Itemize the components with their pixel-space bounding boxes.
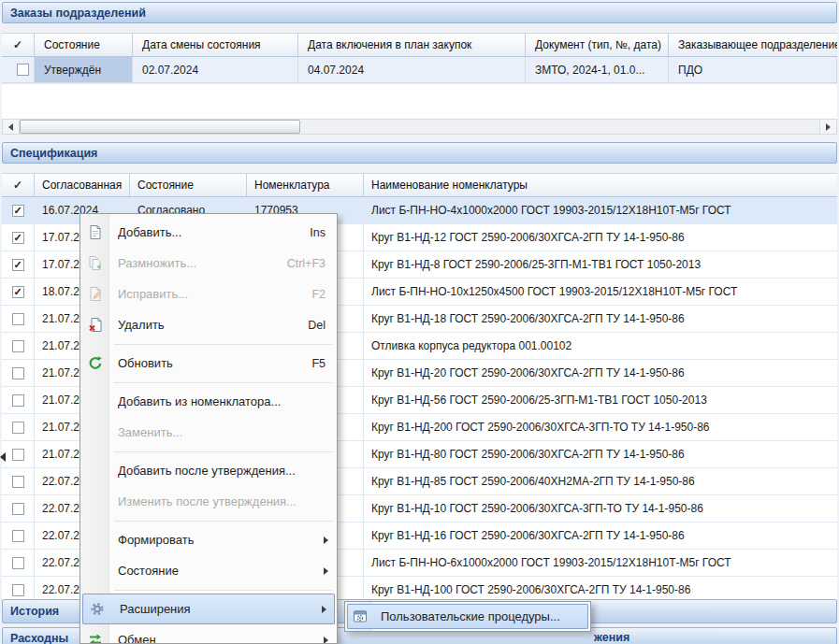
orders-cell-state[interactable]: Утверждён (35, 57, 133, 83)
extensions-icon (89, 601, 105, 617)
row-checkbox[interactable] (12, 503, 24, 515)
cell-name[interactable]: Круг В1-НД-8 ГОСТ 2590-2006/25-3ГП-М1-ТВ… (364, 251, 837, 278)
orders-column-header-department[interactable]: Заказывающее подразделение (669, 33, 837, 57)
orders-panel-header[interactable]: Заказы подразделений (2, 2, 837, 23)
cell-name[interactable]: Круг В1-НД-200 ГОСТ 2590-2006/30ХГСА-3ГП… (364, 414, 837, 440)
orders-grid-empty-area (2, 84, 837, 120)
cell-name[interactable]: Круг В1-НД-16 ГОСТ 2590-2006/30ХГСА-2ГП … (364, 522, 837, 549)
submenu-arrow-icon (324, 537, 328, 544)
cell-name[interactable]: Лист Б-ПН-НО-10х1250х4500 ГОСТ 19903-201… (364, 279, 837, 305)
cell-name[interactable]: Лист Б-ПН-НО-6х1000х2000 ГОСТ 19903-2015… (364, 550, 837, 576)
new-document-icon (87, 224, 103, 240)
submenu-arrow-icon (324, 567, 328, 575)
row-checkbox[interactable] (12, 584, 24, 596)
cell-name[interactable]: Лист Б-ПН-НО-4х1000х2000 ГОСТ 19903-2015… (364, 197, 837, 223)
expense-panel-title-left: Расходны (10, 632, 68, 644)
menu-item-edit-after-approval[interactable]: Изменить после утверждения... (80, 486, 337, 517)
spec-column-header-check[interactable]: ✓ (2, 173, 35, 197)
orders-column-header-plan-date[interactable]: Дата включения в план закупок (298, 33, 526, 57)
row-checkbox[interactable] (12, 557, 24, 569)
orders-cell-plan-date[interactable]: 04.07.2024 (298, 57, 526, 83)
cell-name[interactable]: Круг В1-НД-20 ГОСТ 2590-2006/30ХГСА-2ГП … (364, 360, 837, 386)
cell-name[interactable]: Круг В1-НД-56 ГОСТ 2590-2006/25-3ГП-М1-Т… (364, 387, 837, 413)
application-window: Заказы подразделений ✓ Состояние Дата см… (0, 0, 839, 644)
row-checkbox[interactable] (12, 313, 24, 325)
scroll-right-button[interactable] (819, 120, 836, 134)
expense-panel-title-fragment: жения (594, 631, 629, 644)
row-checkbox[interactable]: ✓ (12, 205, 24, 217)
splitter-collapse-arrow-icon[interactable] (0, 452, 6, 462)
check-all-icon: ✓ (13, 38, 22, 51)
cell-name[interactable]: Круг В1-НД-10 ГОСТ 2590-2006/30ХГСА-3ГП-… (364, 495, 837, 522)
row-checkbox[interactable] (12, 449, 24, 461)
row-checkbox[interactable] (12, 367, 24, 379)
menu-separator (80, 517, 337, 524)
menu-item-add-from-nomenclator[interactable]: Добавить из номенклатора... (80, 386, 337, 417)
row-checkbox[interactable] (17, 64, 29, 76)
orders-column-header-state-date[interactable]: Дата смены состояния (133, 33, 298, 57)
check-all-icon: ✓ (13, 179, 22, 192)
submenu-item-user-procedures[interactable]: Пользовательские процедуры... (347, 604, 588, 629)
row-checkbox[interactable] (12, 476, 24, 488)
menu-item-edit[interactable]: Исправить... F2 (80, 279, 337, 309)
row-checkbox[interactable]: ✓ (12, 259, 24, 271)
scrollbar-thumb[interactable] (20, 120, 300, 134)
row-checkbox[interactable]: ✓ (12, 232, 24, 244)
orders-row-checkbox-cell (2, 57, 35, 83)
delete-document-icon (87, 317, 103, 333)
history-panel-title: История (10, 605, 59, 618)
row-checkbox[interactable] (12, 394, 24, 407)
menu-separator (80, 448, 337, 455)
menu-item-add-after-approval[interactable]: Добавить после утверждения... (80, 455, 337, 486)
orders-table-row[interactable]: Утверждён 02.07.2024 04.07.2024 ЗМТО, 20… (2, 57, 837, 84)
spec-panel-header[interactable]: Спецификация (2, 142, 837, 164)
scroll-right-arrow-icon (826, 123, 831, 131)
submenu-arrow-icon (324, 637, 328, 644)
menu-item-form[interactable]: Формировать (80, 524, 337, 555)
menu-separator (80, 379, 337, 386)
extensions-submenu: Пользовательские процедуры... (344, 601, 591, 632)
orders-panel-title: Заказы подразделений (10, 7, 146, 20)
row-checkbox[interactable] (12, 340, 24, 352)
spec-column-header-nomenclature[interactable]: Номенклатура (247, 173, 364, 197)
context-menu: Добавить... Ins Размножить... Ctrl+F3 Ис… (80, 213, 338, 644)
user-procedures-icon (352, 608, 368, 624)
row-checkbox[interactable] (12, 422, 24, 434)
menu-item-delete[interactable]: Удалить Del (80, 309, 337, 340)
orders-horizontal-scrollbar[interactable] (2, 119, 837, 135)
menu-separator (80, 340, 337, 348)
orders-column-header-check[interactable]: ✓ (2, 33, 35, 57)
row-checkbox[interactable]: ✓ (12, 286, 24, 298)
orders-cell-department[interactable]: ПДО (669, 57, 837, 83)
menu-item-duplicate[interactable]: Размножить... Ctrl+F3 (80, 248, 337, 279)
spec-grid-header: ✓ Согласованная Состояние Номенклатура Н… (2, 173, 837, 197)
orders-grid-header: ✓ Состояние Дата смены состояния Дата вк… (2, 33, 837, 57)
cell-name[interactable]: Отливка корпуса редуктора 001.00102 (364, 333, 837, 359)
menu-item-exchange[interactable]: Обмен (80, 624, 337, 644)
spec-column-header-state[interactable]: Состояние (130, 173, 247, 197)
scroll-left-button[interactable] (3, 120, 20, 134)
orders-column-header-state[interactable]: Состояние (35, 33, 133, 57)
duplicate-icon (87, 255, 103, 271)
spec-panel-title: Спецификация (10, 147, 97, 160)
menu-item-add[interactable]: Добавить... Ins (80, 217, 337, 248)
orders-column-header-document[interactable]: Документ (тип, №, дата) (526, 33, 669, 57)
cell-name[interactable]: Круг В1-НД-12 ГОСТ 2590-2006/30ХГСА-2ГП … (364, 224, 837, 250)
orders-cell-state-date[interactable]: 02.07.2024 (133, 57, 298, 83)
orders-cell-document[interactable]: ЗМТО, 2024-1, 01.0... (526, 57, 669, 83)
cell-name[interactable]: Круг В1-НД-85 ГОСТ 2590-2006/40ХН2МА-2ГП… (364, 468, 837, 494)
scroll-left-arrow-icon (8, 123, 13, 131)
cell-name[interactable]: Круг В1-НД-80 ГОСТ 2590-2006/30ХГСА-2ГП … (364, 441, 837, 467)
edit-pencil-icon (87, 286, 103, 302)
menu-separator (80, 586, 337, 594)
spec-column-header-name[interactable]: Наименование номенклатуры (364, 173, 837, 197)
spec-column-header-agreed-date[interactable]: Согласованная (35, 173, 130, 197)
row-checkbox[interactable] (12, 530, 24, 542)
submenu-item-label: Пользовательские процедуры... (381, 609, 560, 623)
menu-item-extensions[interactable]: Расширения (82, 594, 335, 624)
refresh-icon (87, 355, 103, 371)
menu-item-state[interactable]: Состояние (80, 555, 337, 586)
cell-name[interactable]: Круг В1-НД-18 ГОСТ 2590-2006/30ХГСА-2ГП … (364, 306, 837, 332)
menu-item-refresh[interactable]: Обновить F5 (80, 348, 337, 379)
menu-item-replace[interactable]: Заменить... (80, 417, 337, 448)
